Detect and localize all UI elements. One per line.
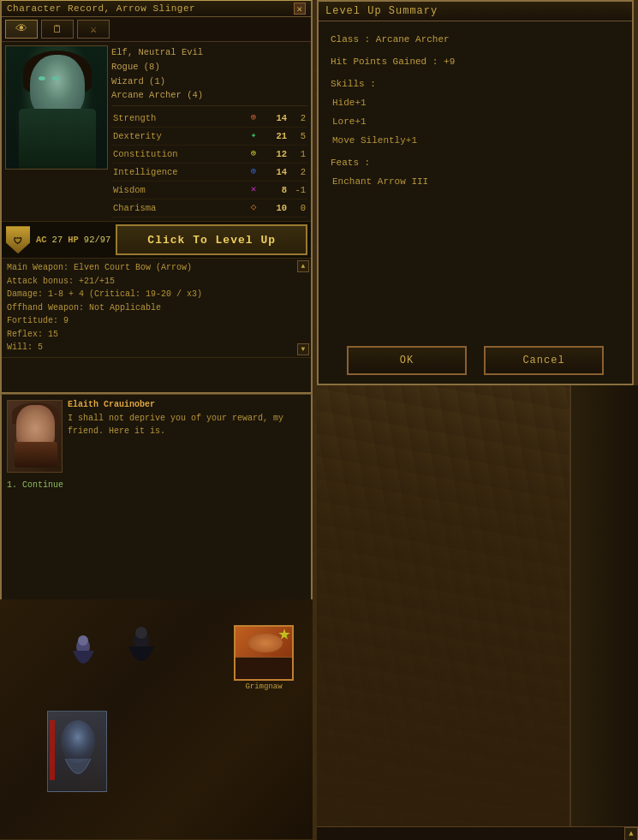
fortitude-label: Fortitude: — [7, 316, 58, 325]
strength-icon: ⊕ — [246, 110, 261, 126]
class-3: Arcane Archer (4) — [111, 88, 307, 103]
charisma-icon: ◇ — [246, 200, 261, 216]
attack-bonus-line: Attack bonus: +21/+15 — [7, 275, 294, 289]
main-weapon-value: Elven Court Bow (Arrow) — [74, 263, 192, 272]
stat-row-dexterity: Dexterity ✦ 21 5 — [111, 128, 307, 146]
main-weapon-label: Main Weapon: — [7, 263, 69, 272]
dialogue-option-1[interactable]: 1. Continue — [2, 478, 311, 492]
skill-move-silently: Move Silently+1 — [331, 131, 620, 150]
attack-bonus-label: Attack bonus: — [7, 277, 74, 286]
combat-scroll-down[interactable]: ▼ — [297, 343, 309, 355]
spirit-figure — [48, 712, 108, 793]
main-weapon-line: Main Weapon: Elven Court Bow (Arrow) — [7, 261, 294, 275]
panel-title: Character Record, Arrow Slinger — [7, 3, 195, 14]
feats-section: Feats : Enchant Arrow III — [331, 153, 620, 191]
grimgnaw-face — [248, 634, 283, 652]
stat-mod-wisdom: -1 — [287, 183, 307, 198]
close-icon: ✕ — [296, 3, 302, 15]
tab-character[interactable]: 👁 — [5, 20, 38, 39]
reflex-label: Reflex: — [7, 330, 43, 339]
dialogue-panel: Elaith Crauinober I shall not deprive yo… — [0, 394, 313, 608]
stats-table: Strength ⊕ 14 2 Dexterity ✦ 21 5 Constit… — [111, 110, 307, 217]
stat-row-constitution: Constitution ⊕ 12 1 — [111, 146, 307, 164]
ac-label: AC — [36, 235, 47, 245]
level-up-button[interactable]: Click To Level Up — [116, 224, 307, 255]
feat-enchant-arrow: Enchant Arrow III — [331, 172, 620, 191]
hp-gained-label: Hit Points Gained : — [331, 57, 438, 67]
stat-mod-intelligence: 2 — [287, 165, 307, 180]
tab-combat[interactable]: ⚔ — [77, 20, 110, 39]
portrait-eye-left — [39, 76, 45, 80]
class-value: Arcane Archer — [376, 34, 450, 45]
class-1: Rogue (8) — [111, 60, 307, 74]
intelligence-icon: ⊕ — [246, 164, 261, 180]
stat-name-dexterity: Dexterity — [111, 129, 246, 144]
cancel-button[interactable]: Cancel — [484, 346, 604, 375]
character-portrait — [5, 45, 108, 170]
skills-label: Skills : — [331, 74, 620, 93]
tabs-row: 👁 🗒 ⚔ — [2, 17, 311, 42]
grimgnaw-box: Grimgnaw — [230, 625, 298, 691]
right-wall — [569, 385, 638, 840]
shield-shape: 🛡 — [6, 226, 30, 253]
npc-name: Elaith Crauinober — [68, 400, 306, 409]
stat-row-intelligence: Intelligence ⊕ 14 2 — [111, 164, 307, 182]
ok-button[interactable]: OK — [347, 346, 467, 375]
skill-hide: Hide+1 — [331, 93, 620, 112]
stat-mod-constitution: 1 — [287, 147, 307, 162]
portrait-eye-right — [52, 76, 59, 80]
stat-name-charisma: Charisma — [111, 201, 246, 216]
class-section: Class : Arcane Archer — [331, 30, 620, 49]
dexterity-icon: ✦ — [246, 128, 261, 144]
combat-stats: ▲ Main Weapon: Elven Court Bow (Arrow) A… — [2, 259, 311, 358]
dialogue-content: Elaith Crauinober I shall not deprive yo… — [2, 395, 311, 478]
ac-value: 27 — [52, 235, 63, 245]
class-info: Elf, Neutral Evil Rogue (8) Wizard (1) A… — [111, 45, 307, 106]
dialogue-text-area: Elaith Crauinober I shall not deprive yo… — [68, 400, 306, 473]
grimgnaw-name: Grimgnaw — [245, 682, 282, 691]
skills-section: Skills : Hide+1 Lore+1 Move Silently+1 — [331, 74, 620, 150]
class-2: Wizard (1) — [111, 74, 307, 89]
hp-gained-value: +9 — [444, 57, 455, 67]
damage-value: 1-8 + 4 (Critical: 19-20 / x3) — [48, 289, 202, 299]
hp-value: 92/97 — [84, 235, 111, 245]
stat-row-wisdom: Wisdom ✕ 8 -1 — [111, 182, 307, 200]
scroll-up-icon: ▲ — [301, 261, 306, 271]
scroll-down-icon: ▼ — [301, 344, 306, 354]
stat-mod-dexterity: 5 — [287, 129, 307, 144]
offhand-line: Offhand Weapon: Not Applicable — [7, 301, 294, 315]
class-label: Class : — [331, 34, 370, 45]
skill-lore: Lore+1 — [331, 112, 620, 131]
feats-label: Feats : — [331, 153, 620, 172]
right-game-world — [317, 385, 638, 840]
stat-row-strength: Strength ⊕ 14 2 — [111, 110, 307, 128]
bottom-scrollbar: ▲ — [317, 826, 638, 840]
offhand-label: Offhand Weapon: — [7, 303, 84, 313]
ac-shield: 🛡 — [5, 227, 31, 253]
combat-scroll-up[interactable]: ▲ — [297, 260, 309, 272]
character-info-area: Elf, Neutral Evil Rogue (8) Wizard (1) A… — [2, 42, 311, 221]
hp-section: Hit Points Gained : +9 — [331, 52, 620, 71]
constitution-icon: ⊕ — [246, 146, 261, 162]
stat-name-constitution: Constitution — [111, 147, 246, 162]
character-record-panel: Character Record, Arrow Slinger ✕ 👁 🗒 ⚔ — [0, 0, 313, 394]
close-button[interactable]: ✕ — [294, 3, 306, 15]
panel-title-bar: Character Record, Arrow Slinger ✕ — [2, 1, 311, 17]
stat-mod-charisma: 0 — [287, 201, 307, 216]
eye-tab-icon: 👁 — [15, 22, 27, 36]
grimgnaw-lower — [236, 657, 292, 679]
scroll-right-button[interactable]: ▲ — [624, 827, 638, 841]
stat-row-charisma: Charisma ◇ 10 0 — [111, 200, 307, 217]
stat-value-dexterity: 21 — [263, 129, 287, 144]
dialogue-body: I shall not deprive you of your reward, … — [68, 412, 306, 438]
damage-line: Damage: 1-8 + 4 (Critical: 19-20 / x3) — [7, 288, 294, 301]
tab-skills[interactable]: 🗒 — [41, 20, 74, 39]
reflex-line: Reflex: 15 — [7, 328, 294, 342]
hp-label: HP — [68, 235, 79, 245]
svg-point-1 — [78, 635, 88, 646]
summary-buttons: OK Cancel — [319, 346, 632, 375]
stat-value-wisdom: 8 — [263, 183, 287, 198]
ac-shield-icon: 🛡 — [14, 236, 22, 247]
grimgnaw-portrait — [234, 625, 294, 681]
will-line: Will: 5 — [7, 341, 294, 354]
